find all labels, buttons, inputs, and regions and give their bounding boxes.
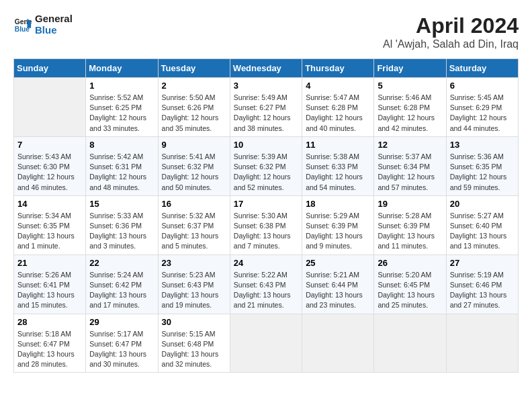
title-area: April 2024 Al 'Awjah, Salah ad Din, Iraq (383, 13, 519, 50)
day-number: 5 (378, 81, 442, 91)
calendar-cell: 13Sunrise: 5:36 AMSunset: 6:35 PMDayligh… (446, 136, 518, 195)
day-info: Sunrise: 5:15 AMSunset: 6:48 PMDaylight:… (162, 329, 226, 370)
calendar-cell: 14Sunrise: 5:34 AMSunset: 6:35 PMDayligh… (14, 195, 86, 255)
calendar-cell: 10Sunrise: 5:39 AMSunset: 6:32 PMDayligh… (230, 136, 302, 195)
week-row-1: 1Sunrise: 5:52 AMSunset: 6:25 PMDaylight… (14, 78, 519, 137)
calendar-cell (374, 314, 446, 373)
day-number: 27 (450, 258, 515, 268)
calendar-cell: 21Sunrise: 5:26 AMSunset: 6:41 PMDayligh… (14, 255, 86, 314)
calendar-cell: 6Sunrise: 5:45 AMSunset: 6:29 PMDaylight… (446, 78, 518, 137)
day-info: Sunrise: 5:20 AMSunset: 6:45 PMDaylight:… (378, 270, 442, 311)
day-info: Sunrise: 5:18 AMSunset: 6:47 PMDaylight:… (17, 329, 82, 370)
day-number: 8 (89, 140, 154, 150)
day-info: Sunrise: 5:42 AMSunset: 6:31 PMDaylight:… (89, 152, 154, 193)
day-info: Sunrise: 5:49 AMSunset: 6:27 PMDaylight:… (234, 93, 298, 134)
calendar-cell (230, 314, 302, 373)
calendar-cell (14, 78, 86, 137)
weekday-row: SundayMondayTuesdayWednesdayThursdayFrid… (14, 59, 519, 78)
location-title: Al 'Awjah, Salah ad Din, Iraq (383, 38, 519, 50)
calendar-cell: 2Sunrise: 5:50 AMSunset: 6:26 PMDaylight… (158, 78, 230, 137)
calendar-cell: 29Sunrise: 5:17 AMSunset: 6:47 PMDayligh… (86, 314, 158, 373)
calendar-cell: 18Sunrise: 5:29 AMSunset: 6:39 PMDayligh… (302, 195, 374, 255)
day-number: 4 (306, 81, 370, 91)
day-info: Sunrise: 5:38 AMSunset: 6:33 PMDaylight:… (306, 152, 370, 193)
week-row-2: 7Sunrise: 5:43 AMSunset: 6:30 PMDaylight… (14, 136, 519, 195)
day-number: 17 (234, 199, 298, 209)
logo-text-line1: General (35, 13, 73, 25)
day-info: Sunrise: 5:34 AMSunset: 6:35 PMDaylight:… (17, 211, 82, 252)
weekday-header-sunday: Sunday (14, 59, 86, 78)
day-info: Sunrise: 5:26 AMSunset: 6:41 PMDaylight:… (17, 270, 82, 311)
day-info: Sunrise: 5:39 AMSunset: 6:32 PMDaylight:… (234, 152, 298, 193)
day-number: 26 (378, 258, 442, 268)
calendar-cell: 26Sunrise: 5:20 AMSunset: 6:45 PMDayligh… (374, 255, 446, 314)
calendar-cell: 5Sunrise: 5:46 AMSunset: 6:28 PMDaylight… (374, 78, 446, 137)
day-number: 16 (162, 199, 226, 209)
week-row-3: 14Sunrise: 5:34 AMSunset: 6:35 PMDayligh… (14, 195, 519, 255)
calendar-cell: 23Sunrise: 5:23 AMSunset: 6:43 PMDayligh… (158, 255, 230, 314)
day-number: 1 (89, 81, 154, 91)
calendar-cell: 8Sunrise: 5:42 AMSunset: 6:31 PMDaylight… (86, 136, 158, 195)
month-title: April 2024 (383, 13, 519, 38)
day-number: 20 (450, 199, 515, 209)
calendar-cell: 20Sunrise: 5:27 AMSunset: 6:40 PMDayligh… (446, 195, 518, 255)
calendar-cell: 7Sunrise: 5:43 AMSunset: 6:30 PMDaylight… (14, 136, 86, 195)
weekday-header-thursday: Thursday (302, 59, 374, 78)
calendar-cell: 25Sunrise: 5:21 AMSunset: 6:44 PMDayligh… (302, 255, 374, 314)
day-number: 23 (162, 258, 226, 268)
calendar-cell: 16Sunrise: 5:32 AMSunset: 6:37 PMDayligh… (158, 195, 230, 255)
day-info: Sunrise: 5:27 AMSunset: 6:40 PMDaylight:… (450, 211, 515, 252)
day-number: 2 (162, 81, 226, 91)
day-info: Sunrise: 5:50 AMSunset: 6:26 PMDaylight:… (162, 93, 226, 134)
calendar-cell: 17Sunrise: 5:30 AMSunset: 6:38 PMDayligh… (230, 195, 302, 255)
weekday-header-wednesday: Wednesday (230, 59, 302, 78)
weekday-header-monday: Monday (86, 59, 158, 78)
day-info: Sunrise: 5:52 AMSunset: 6:25 PMDaylight:… (89, 93, 154, 134)
day-info: Sunrise: 5:33 AMSunset: 6:36 PMDaylight:… (89, 211, 154, 252)
logo-text-line2: Blue (35, 25, 73, 36)
day-number: 21 (17, 258, 82, 268)
calendar-cell: 9Sunrise: 5:41 AMSunset: 6:32 PMDaylight… (158, 136, 230, 195)
calendar-cell: 22Sunrise: 5:24 AMSunset: 6:42 PMDayligh… (86, 255, 158, 314)
calendar-body: 1Sunrise: 5:52 AMSunset: 6:25 PMDaylight… (14, 78, 519, 373)
day-info: Sunrise: 5:43 AMSunset: 6:30 PMDaylight:… (17, 152, 82, 193)
day-number: 9 (162, 140, 226, 150)
calendar-cell: 15Sunrise: 5:33 AMSunset: 6:36 PMDayligh… (86, 195, 158, 255)
day-number: 30 (162, 317, 226, 327)
day-number: 12 (378, 140, 442, 150)
day-number: 22 (89, 258, 154, 268)
day-number: 11 (306, 140, 370, 150)
calendar-cell: 11Sunrise: 5:38 AMSunset: 6:33 PMDayligh… (302, 136, 374, 195)
week-row-5: 28Sunrise: 5:18 AMSunset: 6:47 PMDayligh… (14, 314, 519, 373)
weekday-header-friday: Friday (374, 59, 446, 78)
calendar-header: SundayMondayTuesdayWednesdayThursdayFrid… (14, 59, 519, 78)
logo: General Blue General Blue (13, 13, 73, 36)
logo-icon: General Blue (13, 15, 32, 34)
day-info: Sunrise: 5:21 AMSunset: 6:44 PMDaylight:… (306, 270, 370, 311)
day-number: 28 (17, 317, 82, 327)
weekday-header-saturday: Saturday (446, 59, 518, 78)
day-info: Sunrise: 5:46 AMSunset: 6:28 PMDaylight:… (378, 93, 442, 134)
calendar-cell: 3Sunrise: 5:49 AMSunset: 6:27 PMDaylight… (230, 78, 302, 137)
day-number: 24 (234, 258, 298, 268)
day-info: Sunrise: 5:28 AMSunset: 6:39 PMDaylight:… (378, 211, 442, 252)
day-number: 14 (17, 199, 82, 209)
day-info: Sunrise: 5:29 AMSunset: 6:39 PMDaylight:… (306, 211, 370, 252)
day-info: Sunrise: 5:36 AMSunset: 6:35 PMDaylight:… (450, 152, 515, 193)
day-info: Sunrise: 5:19 AMSunset: 6:46 PMDaylight:… (450, 270, 515, 311)
header: General Blue General Blue April 2024 Al … (13, 13, 519, 50)
day-info: Sunrise: 5:17 AMSunset: 6:47 PMDaylight:… (89, 329, 154, 370)
day-number: 18 (306, 199, 370, 209)
day-number: 6 (450, 81, 515, 91)
day-number: 29 (89, 317, 154, 327)
day-info: Sunrise: 5:47 AMSunset: 6:28 PMDaylight:… (306, 93, 370, 134)
day-info: Sunrise: 5:32 AMSunset: 6:37 PMDaylight:… (162, 211, 226, 252)
day-number: 15 (89, 199, 154, 209)
calendar-cell: 28Sunrise: 5:18 AMSunset: 6:47 PMDayligh… (14, 314, 86, 373)
weekday-header-tuesday: Tuesday (158, 59, 230, 78)
day-info: Sunrise: 5:30 AMSunset: 6:38 PMDaylight:… (234, 211, 298, 252)
calendar-cell: 1Sunrise: 5:52 AMSunset: 6:25 PMDaylight… (86, 78, 158, 137)
day-number: 7 (17, 140, 82, 150)
calendar-table: SundayMondayTuesdayWednesdayThursdayFrid… (13, 58, 519, 373)
calendar-cell (446, 314, 518, 373)
